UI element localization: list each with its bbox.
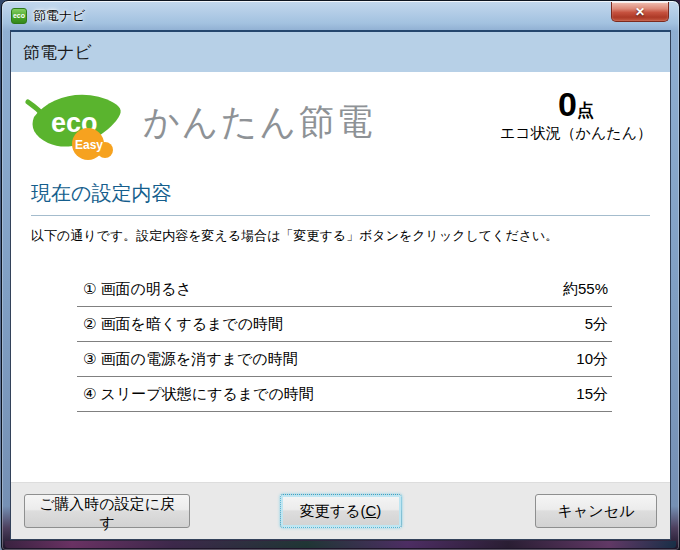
setting-value: 約55% <box>563 280 608 299</box>
setting-value: 5分 <box>585 315 608 334</box>
change-button-label-suffix: ) <box>376 502 381 519</box>
change-button[interactable]: 変更する(C) <box>280 494 402 528</box>
logo-easy-badge: Easy <box>75 138 103 152</box>
page-title: 節電ナビ <box>23 41 92 64</box>
setting-row-dim-timeout: ② 画面を暗くするまでの時間 5分 <box>77 307 612 342</box>
setting-row-brightness: ① 画面の明るさ 約55% <box>77 272 612 307</box>
main-content: eco Easy かんたん節電 0点 エコ状況（かんたん） 現在の設定内容 以下… <box>11 72 670 482</box>
setting-label: ② 画面を暗くするまでの時間 <box>83 315 283 334</box>
change-button-accesskey: C <box>365 502 376 519</box>
restore-defaults-button[interactable]: ご購入時の設定に戻す <box>24 494 190 528</box>
settings-table: ① 画面の明るさ 約55% ② 画面を暗くするまでの時間 5分 ③ 画面の電源を… <box>77 272 612 412</box>
cancel-button[interactable]: キャンセル <box>535 494 657 528</box>
setting-label: ④ スリープ状態にするまでの時間 <box>83 385 314 404</box>
page-header: 節電ナビ <box>11 32 670 72</box>
eco-leaf-logo-icon: eco Easy <box>25 82 127 164</box>
section-heading: 現在の設定内容 <box>31 180 650 216</box>
score-caption: エコ状況（かんたん） <box>500 124 652 143</box>
window-title: 節電ナビ <box>33 7 86 25</box>
setting-value: 15分 <box>576 385 608 404</box>
section-description: 以下の通りです。設定内容を変える場合は「変更する」ボタンをクリックしてください。 <box>31 227 650 245</box>
score-unit: 点 <box>577 101 594 120</box>
app-window: eco 節電ナビ ✕ 節電ナビ eco Easy かんたん節 <box>1 0 680 550</box>
setting-row-display-off-timeout: ③ 画面の電源を消すまでの時間 10分 <box>77 342 612 377</box>
score-value: 0 <box>558 85 577 123</box>
app-icon: eco <box>11 8 27 24</box>
setting-label: ③ 画面の電源を消すまでの時間 <box>83 350 298 369</box>
title-bar[interactable]: eco 節電ナビ ✕ <box>2 1 679 30</box>
app-name: かんたん節電 <box>143 98 374 147</box>
brand-row: eco Easy かんたん節電 0点 エコ状況（かんたん） <box>25 82 656 164</box>
setting-row-sleep-timeout: ④ スリープ状態にするまでの時間 15分 <box>77 377 612 412</box>
close-button[interactable]: ✕ <box>611 2 669 22</box>
eco-score: 0点 エコ状況（かんたん） <box>500 86 652 143</box>
setting-value: 10分 <box>576 350 608 369</box>
setting-label: ① 画面の明るさ <box>83 280 192 299</box>
dialog-footer: ご購入時の設定に戻す 変更する(C) キャンセル <box>11 482 670 539</box>
score-main: 0点 <box>500 86 652 123</box>
change-button-label: 変更する( <box>300 502 366 519</box>
dialog-panel: 節電ナビ eco Easy かんたん節電 0点 <box>10 30 671 540</box>
